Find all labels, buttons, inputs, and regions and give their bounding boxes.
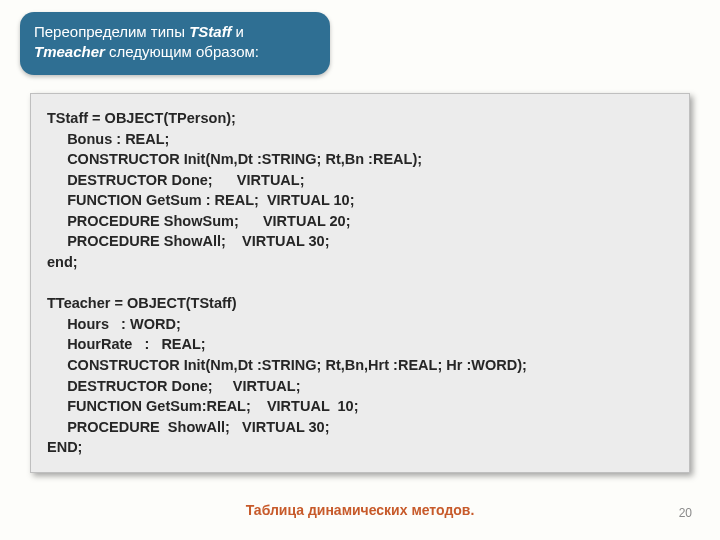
callout-middle: и: [231, 23, 244, 40]
callout-type1: TStaff: [189, 23, 231, 40]
callout-prefix: Переопределим типы: [34, 23, 189, 40]
caption: Таблица динамических методов.: [0, 502, 720, 518]
callout-type2: Tтeacher: [34, 43, 105, 60]
page-number: 20: [679, 506, 692, 520]
slide: Переопределим типы TStaff и Tтeacher сле…: [0, 0, 720, 540]
code-block: TStaff = OBJECT(TPerson); Bonus : REAL; …: [30, 93, 690, 473]
callout-suffix: следующим образом:: [105, 43, 259, 60]
callout-box: Переопределим типы TStaff и Tтeacher сле…: [20, 12, 330, 75]
